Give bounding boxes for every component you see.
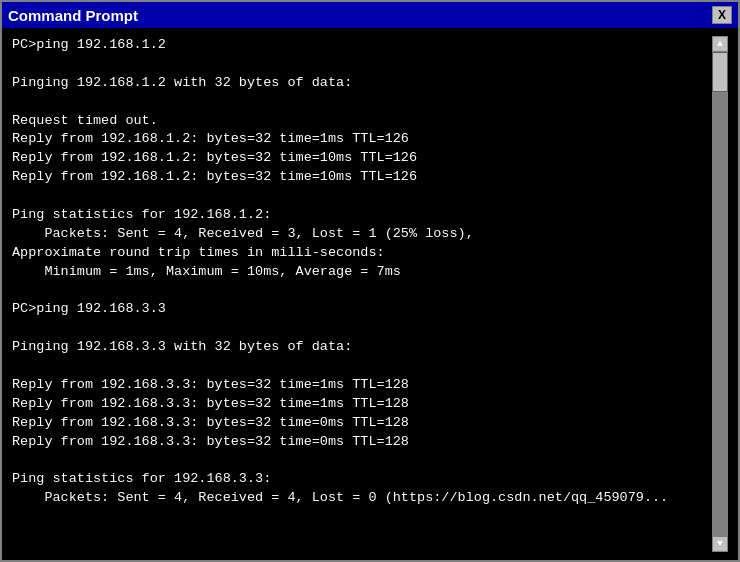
terminal-line (12, 282, 708, 301)
window-title: Command Prompt (8, 7, 138, 24)
title-bar: Command Prompt X (2, 2, 738, 28)
scrollbar[interactable]: ▲ ▼ (712, 36, 728, 552)
scroll-down-button[interactable]: ▼ (712, 536, 728, 552)
terminal-line: PC>ping 192.168.3.3 (12, 300, 708, 319)
terminal-line: Pinging 192.168.1.2 with 32 bytes of dat… (12, 74, 708, 93)
scrollbar-track[interactable] (712, 52, 728, 536)
terminal-line (12, 452, 708, 471)
terminal-line: Reply from 192.168.3.3: bytes=32 time=0m… (12, 433, 708, 452)
terminal-line: Request timed out. (12, 112, 708, 131)
terminal-line: Pinging 192.168.3.3 with 32 bytes of dat… (12, 338, 708, 357)
terminal-line (12, 357, 708, 376)
terminal-line: Approximate round trip times in milli-se… (12, 244, 708, 263)
terminal-line: Packets: Sent = 4, Received = 4, Lost = … (12, 489, 708, 508)
terminal-line: Minimum = 1ms, Maximum = 10ms, Average =… (12, 263, 708, 282)
terminal-line: Reply from 192.168.1.2: bytes=32 time=10… (12, 168, 708, 187)
terminal-line: Ping statistics for 192.168.1.2: (12, 206, 708, 225)
terminal-line (12, 55, 708, 74)
terminal-content[interactable]: PC>ping 192.168.1.2 Pinging 192.168.1.2 … (12, 36, 712, 552)
terminal-body: PC>ping 192.168.1.2 Pinging 192.168.1.2 … (2, 28, 738, 560)
terminal-line (12, 319, 708, 338)
terminal-line: Ping statistics for 192.168.3.3: (12, 470, 708, 489)
terminal-line (12, 93, 708, 112)
terminal-line (12, 187, 708, 206)
scrollbar-thumb[interactable] (712, 52, 728, 92)
close-button[interactable]: X (712, 6, 732, 24)
command-prompt-window: Command Prompt X PC>ping 192.168.1.2 Pin… (0, 0, 740, 562)
terminal-line: Reply from 192.168.3.3: bytes=32 time=1m… (12, 395, 708, 414)
terminal-line: Reply from 192.168.3.3: bytes=32 time=1m… (12, 376, 708, 395)
scroll-up-button[interactable]: ▲ (712, 36, 728, 52)
terminal-line: Reply from 192.168.1.2: bytes=32 time=10… (12, 149, 708, 168)
terminal-line: Packets: Sent = 4, Received = 3, Lost = … (12, 225, 708, 244)
terminal-line: Reply from 192.168.3.3: bytes=32 time=0m… (12, 414, 708, 433)
terminal-line: PC>ping 192.168.1.2 (12, 36, 708, 55)
terminal-line: Reply from 192.168.1.2: bytes=32 time=1m… (12, 130, 708, 149)
